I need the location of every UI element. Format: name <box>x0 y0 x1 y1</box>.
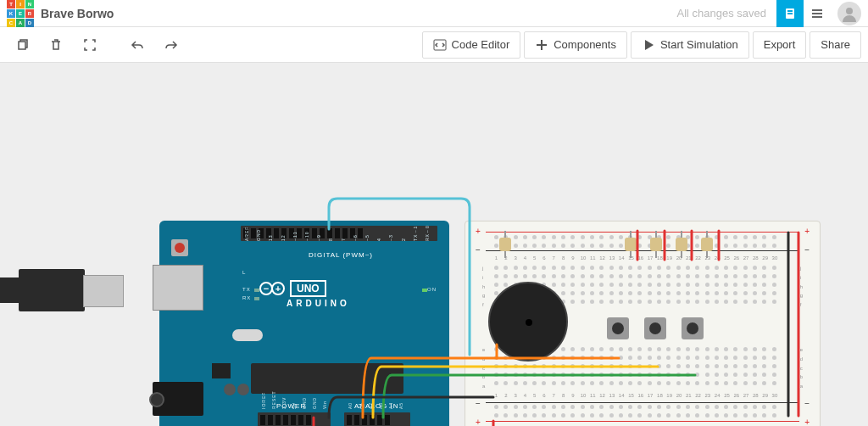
arduino-brand: −+ UNO <box>259 280 326 297</box>
arduino-model: UNO <box>290 280 326 297</box>
arduino-reset-button[interactable] <box>171 239 188 256</box>
code-editor-button[interactable]: Code Editor <box>422 31 521 59</box>
svg-rect-4 <box>19 42 25 49</box>
project-title[interactable]: Brave Borwo <box>41 7 114 20</box>
svg-point-3 <box>846 8 853 14</box>
start-simulation-button[interactable]: Start Simulation <box>631 31 749 59</box>
resistor-4[interactable] <box>678 233 685 256</box>
start-sim-label: Start Simulation <box>660 38 738 51</box>
share-label: Share <box>821 38 850 51</box>
undo-button[interactable] <box>122 30 153 60</box>
circuit-canvas[interactable]: DIGITAL (PWM~) POWER ANALOG IN −+ UNO AR… <box>0 63 868 426</box>
redo-button[interactable] <box>156 30 186 60</box>
resistor-1[interactable] <box>502 233 509 256</box>
export-label: Export <box>764 38 796 51</box>
toolbar: Code Editor Components Start Simulation … <box>0 27 868 63</box>
resistor-2[interactable] <box>627 233 634 256</box>
analog-pin-header[interactable] <box>344 412 410 426</box>
app-header: TINKERCAD Brave Borwo All changes saved <box>0 0 868 27</box>
resistor-3[interactable] <box>653 233 659 256</box>
save-status: All changes saved <box>676 7 766 20</box>
arduino-uno-board[interactable]: DIGITAL (PWM~) POWER ANALOG IN −+ UNO AR… <box>159 221 449 426</box>
share-button[interactable]: Share <box>810 31 861 59</box>
svg-rect-1 <box>787 10 793 12</box>
arduino-power-jack <box>153 382 203 416</box>
svg-rect-2 <box>787 13 793 14</box>
pushbutton-3[interactable] <box>682 317 704 339</box>
fit-view-button[interactable] <box>75 30 105 60</box>
arduino-brand-text: ARDUINO <box>287 299 350 308</box>
usb-cable[interactable] <box>0 263 136 317</box>
pushbutton-2[interactable] <box>644 317 666 339</box>
atmega-chip <box>251 363 403 394</box>
arduino-usb-port <box>153 265 203 311</box>
resistor-5[interactable] <box>704 233 710 256</box>
piezo-buzzer[interactable] <box>488 282 568 362</box>
export-button[interactable]: Export <box>753 31 807 59</box>
components-label: Components <box>554 38 616 51</box>
delete-button[interactable] <box>41 30 71 60</box>
code-editor-label: Code Editor <box>452 38 510 51</box>
digital-section-label: DIGITAL (PWM~) <box>309 251 373 259</box>
tinkercad-logo[interactable]: TINKERCAD <box>7 0 34 27</box>
schematic-view-icon[interactable] <box>804 0 831 27</box>
user-avatar[interactable] <box>837 2 861 25</box>
components-button[interactable]: Components <box>524 31 627 59</box>
pushbutton-1[interactable] <box>607 317 629 339</box>
circuit-view-icon[interactable] <box>776 0 804 27</box>
power-pin-header[interactable] <box>258 412 331 426</box>
copy-button[interactable] <box>7 30 37 60</box>
